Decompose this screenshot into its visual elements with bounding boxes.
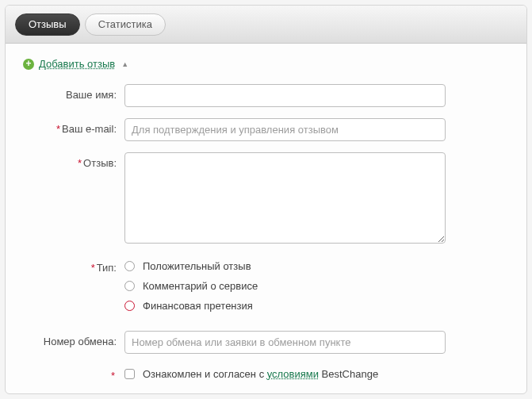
radio-icon xyxy=(124,301,135,311)
radio-label: Комментарий о сервисе xyxy=(143,280,258,292)
type-label: *Тип: xyxy=(23,257,124,320)
tabs-bar: Отзывы Статистика xyxy=(6,6,526,44)
collapse-icon: ▲ xyxy=(121,60,128,68)
tab-stats[interactable]: Статистика xyxy=(85,13,166,36)
panel-body: + Добавить отзыв ▲ Ваше имя: *Ваш e-mail… xyxy=(6,44,526,394)
radio-label: Финансовая претензия xyxy=(143,300,253,312)
plus-icon: + xyxy=(23,59,34,70)
radio-icon xyxy=(124,261,135,271)
checkbox-icon xyxy=(124,369,135,379)
agree-req: * xyxy=(23,365,124,382)
exchange-input[interactable] xyxy=(124,331,446,354)
terms-link[interactable]: условиями xyxy=(267,368,319,380)
reviews-panel: Отзывы Статистика + Добавить отзыв ▲ Ваш… xyxy=(5,5,527,394)
email-input[interactable] xyxy=(124,118,446,141)
radio-icon xyxy=(124,281,135,291)
agree-checkbox-row[interactable]: Ознакомлен и согласен с условиями BestCh… xyxy=(124,365,509,380)
radio-comment[interactable]: Комментарий о сервисе xyxy=(124,280,509,292)
name-input[interactable] xyxy=(124,84,446,107)
review-label: *Отзыв: xyxy=(23,152,124,246)
radio-positive[interactable]: Положительный отзыв xyxy=(124,260,509,272)
add-review-toggle[interactable]: + Добавить отзыв ▲ xyxy=(23,58,509,70)
add-review-link: Добавить отзыв xyxy=(39,58,115,70)
radio-label: Положительный отзыв xyxy=(143,260,251,272)
exchange-label: Номер обмена: xyxy=(23,331,124,354)
agree-text: Ознакомлен и согласен с условиями BestCh… xyxy=(143,368,378,380)
name-label: Ваше имя: xyxy=(23,84,124,107)
tab-reviews[interactable]: Отзывы xyxy=(15,13,80,36)
radio-claim[interactable]: Финансовая претензия xyxy=(124,300,509,312)
email-label: *Ваш e-mail: xyxy=(23,118,124,141)
review-textarea[interactable] xyxy=(124,152,446,244)
